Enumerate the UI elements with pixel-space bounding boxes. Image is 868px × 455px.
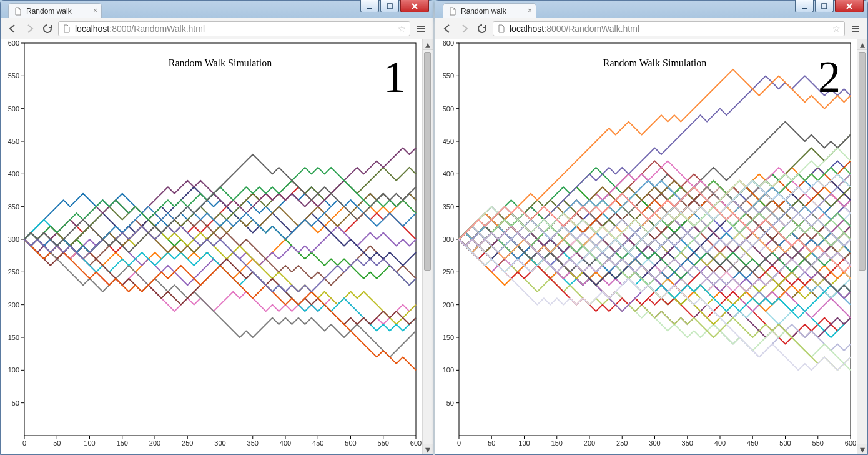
svg-text:0: 0 bbox=[22, 439, 26, 447]
window-controls bbox=[795, 0, 864, 12]
browser-tab[interactable]: Random walk × bbox=[8, 3, 102, 18]
svg-rect-1 bbox=[387, 4, 392, 9]
svg-text:50: 50 bbox=[12, 399, 19, 407]
svg-text:200: 200 bbox=[8, 301, 19, 309]
url-host: localhost bbox=[75, 24, 109, 34]
close-button[interactable] bbox=[835, 0, 864, 12]
scroll-thumb[interactable] bbox=[859, 52, 866, 271]
svg-text:400: 400 bbox=[443, 170, 454, 178]
scroll-down-arrow[interactable]: ▾ bbox=[857, 444, 867, 454]
svg-text:350: 350 bbox=[443, 203, 454, 211]
svg-text:450: 450 bbox=[747, 439, 758, 447]
page-content: 5010015020025030035040045050055060005010… bbox=[1, 39, 433, 454]
reload-button[interactable] bbox=[41, 22, 54, 36]
menu-button[interactable] bbox=[414, 22, 428, 36]
maximize-button[interactable] bbox=[380, 0, 399, 12]
svg-text:350: 350 bbox=[247, 439, 259, 447]
svg-text:350: 350 bbox=[682, 439, 693, 447]
random-walk-chart: 5010015020025030035040045050055060005010… bbox=[1, 39, 423, 452]
close-button[interactable] bbox=[400, 0, 429, 12]
svg-text:200: 200 bbox=[149, 439, 160, 447]
svg-text:550: 550 bbox=[378, 439, 389, 447]
browser-tab[interactable]: Random walk × bbox=[443, 3, 536, 18]
browser-window: Random walk × localhost:8000/RandomWalk.… bbox=[435, 0, 868, 455]
random-walk-chart: 5010015020025030035040045050055060005010… bbox=[435, 39, 858, 452]
svg-text:500: 500 bbox=[443, 105, 454, 112]
svg-text:600: 600 bbox=[410, 439, 422, 447]
page-icon bbox=[497, 24, 506, 33]
forward-button[interactable] bbox=[458, 22, 471, 36]
pane-number-label: 1 bbox=[383, 54, 406, 99]
url-path: :8000/RandomWalk.html bbox=[544, 24, 639, 34]
url-host: localhost bbox=[510, 24, 544, 34]
address-bar[interactable]: localhost:8000/RandomWalk.html ☆ bbox=[493, 21, 845, 36]
tab-title: Random walk bbox=[26, 7, 72, 16]
scroll-down-arrow[interactable]: ▾ bbox=[423, 444, 433, 454]
reload-button[interactable] bbox=[475, 22, 489, 36]
address-bar[interactable]: localhost:8000/RandomWalk.html ☆ bbox=[58, 21, 410, 36]
file-icon bbox=[14, 7, 22, 16]
svg-text:200: 200 bbox=[584, 439, 595, 447]
svg-text:250: 250 bbox=[8, 268, 19, 276]
svg-text:300: 300 bbox=[8, 236, 19, 243]
forward-button[interactable] bbox=[23, 22, 37, 36]
svg-text:450: 450 bbox=[312, 439, 323, 447]
svg-text:400: 400 bbox=[280, 439, 291, 447]
svg-text:500: 500 bbox=[779, 439, 791, 447]
svg-text:300: 300 bbox=[443, 236, 454, 243]
svg-text:350: 350 bbox=[8, 203, 19, 211]
scroll-up-arrow[interactable]: ▴ bbox=[423, 39, 433, 50]
svg-text:150: 150 bbox=[8, 334, 19, 341]
svg-text:100: 100 bbox=[8, 366, 19, 374]
window-controls bbox=[360, 0, 429, 12]
tab-title: Random walk bbox=[461, 7, 506, 16]
svg-text:250: 250 bbox=[443, 268, 454, 276]
svg-text:50: 50 bbox=[53, 439, 61, 447]
maximize-button[interactable] bbox=[815, 0, 834, 12]
svg-text:250: 250 bbox=[182, 439, 193, 447]
bookmark-star-icon[interactable]: ☆ bbox=[398, 24, 406, 34]
svg-text:200: 200 bbox=[443, 301, 454, 309]
menu-button[interactable] bbox=[849, 22, 862, 36]
svg-text:300: 300 bbox=[649, 439, 660, 447]
svg-text:150: 150 bbox=[117, 439, 128, 447]
svg-text:600: 600 bbox=[845, 439, 856, 447]
svg-text:450: 450 bbox=[8, 138, 19, 145]
scroll-thumb[interactable] bbox=[424, 52, 431, 271]
svg-text:500: 500 bbox=[345, 439, 356, 447]
bookmark-star-icon[interactable]: ☆ bbox=[832, 24, 841, 34]
svg-text:500: 500 bbox=[8, 105, 19, 112]
browser-window: Random walk × localhost:8000/RandomWalk.… bbox=[0, 0, 433, 455]
minimize-button[interactable] bbox=[795, 0, 814, 12]
url-path: :8000/RandomWalk.html bbox=[109, 24, 205, 34]
svg-text:50: 50 bbox=[488, 439, 495, 447]
page-icon bbox=[62, 24, 71, 33]
minimize-button[interactable] bbox=[360, 0, 379, 12]
svg-text:100: 100 bbox=[443, 366, 454, 374]
svg-text:550: 550 bbox=[812, 439, 824, 447]
back-button[interactable] bbox=[440, 22, 454, 36]
svg-text:600: 600 bbox=[8, 39, 19, 47]
scrollbar[interactable]: ▴ ▾ bbox=[857, 39, 867, 454]
back-button[interactable] bbox=[6, 22, 19, 36]
tab-close-icon[interactable]: × bbox=[93, 6, 97, 15]
chart-area: 5010015020025030035040045050055060005010… bbox=[1, 39, 422, 454]
toolbar: localhost:8000/RandomWalk.html ☆ bbox=[435, 18, 867, 39]
scroll-up-arrow[interactable]: ▴ bbox=[857, 39, 867, 50]
svg-text:100: 100 bbox=[84, 439, 95, 447]
svg-text:150: 150 bbox=[551, 439, 563, 447]
scrollbar[interactable]: ▴ ▾ bbox=[422, 39, 433, 454]
svg-text:400: 400 bbox=[8, 170, 19, 178]
page-content: 5010015020025030035040045050055060005010… bbox=[435, 39, 867, 454]
svg-text:600: 600 bbox=[443, 39, 454, 47]
toolbar: localhost:8000/RandomWalk.html ☆ bbox=[1, 18, 433, 39]
svg-text:450: 450 bbox=[443, 138, 454, 145]
tab-close-icon[interactable]: × bbox=[528, 6, 532, 15]
pane-number-label: 2 bbox=[818, 54, 841, 99]
svg-text:400: 400 bbox=[714, 439, 726, 447]
svg-text:150: 150 bbox=[443, 334, 454, 341]
svg-text:300: 300 bbox=[214, 439, 225, 447]
svg-text:Random Walk Simulation: Random Walk Simulation bbox=[603, 58, 707, 68]
svg-rect-60 bbox=[822, 4, 827, 9]
svg-text:50: 50 bbox=[446, 399, 454, 407]
